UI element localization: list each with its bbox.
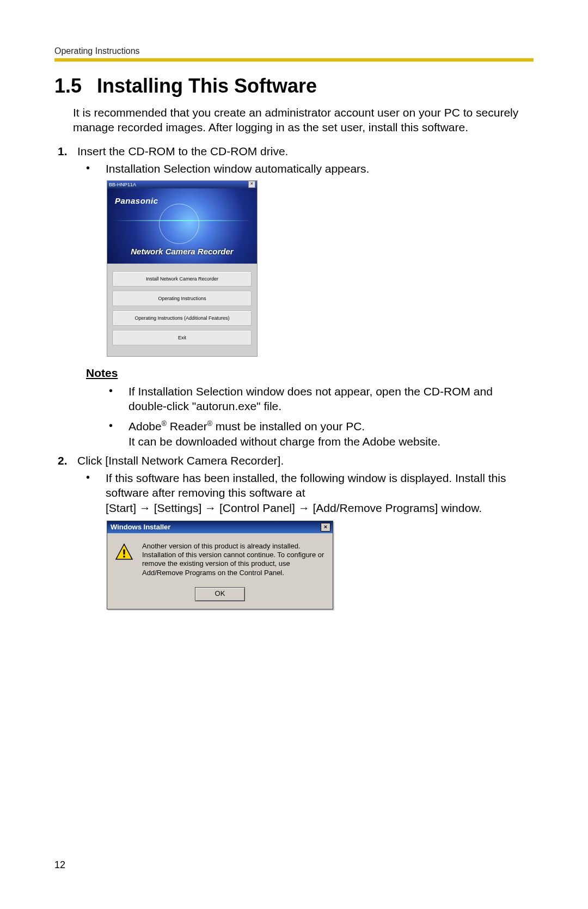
step-2: 2. Click [Install Network Camera Recorde… xyxy=(58,454,534,467)
step-number: 1. xyxy=(58,145,77,158)
splash-button-list: Install Network Camera Recorder Operatin… xyxy=(107,264,257,356)
install-button[interactable]: Install Network Camera Recorder xyxy=(113,271,252,286)
intro-paragraph: It is recommended that you create an adm… xyxy=(73,105,534,135)
step1-bullet: • Installation Selection window automati… xyxy=(86,161,534,176)
registered-mark: ® xyxy=(162,420,167,428)
page-number: 12 xyxy=(54,859,65,871)
splash-titlebar: BB-HNP11A × xyxy=(107,181,257,188)
arrow-icon: → xyxy=(201,502,219,514)
splash-banner: Panasonic Network Camera Recorder xyxy=(107,188,257,264)
arrow-icon: → xyxy=(295,502,313,514)
header-rule xyxy=(54,58,534,62)
step-number: 2. xyxy=(58,454,77,467)
note-text: If Installation Selection window does no… xyxy=(128,384,534,414)
note-1: • If Installation Selection window does … xyxy=(109,384,534,414)
registered-mark: ® xyxy=(207,420,212,428)
svg-rect-1 xyxy=(123,550,125,555)
note-text: Adobe® Reader® must be installed on your… xyxy=(128,419,534,449)
instructions-additional-button[interactable]: Operating Instructions (Additional Featu… xyxy=(113,310,252,326)
warning-icon xyxy=(115,543,133,562)
step-text: Click [Install Network Camera Recorder]. xyxy=(77,454,534,467)
close-icon[interactable]: × xyxy=(248,181,255,188)
section-heading: 1.5Installing This Software xyxy=(54,75,534,97)
bullet-text: Installation Selection window automatica… xyxy=(106,161,534,176)
installer-splash-window: BB-HNP11A × Panasonic Network Camera Rec… xyxy=(107,180,258,357)
instructions-button[interactable]: Operating Instructions xyxy=(113,291,252,306)
dialog-title-text: Windows Installer xyxy=(111,523,170,531)
bullet-dot: • xyxy=(109,384,128,414)
section-title-text: Installing This Software xyxy=(97,75,317,97)
svg-rect-2 xyxy=(123,556,125,557)
dialog-message: Another version of this product is alrea… xyxy=(142,542,325,577)
step-text: Insert the CD-ROM to the CD-ROM drive. xyxy=(77,145,534,158)
lens-ring-graphic xyxy=(159,204,199,244)
page-header-label: Operating Instructions xyxy=(54,46,534,56)
bullet-dot: • xyxy=(86,161,106,176)
bullet-dot: • xyxy=(109,419,128,449)
light-flare-graphic xyxy=(113,220,252,221)
arrow-icon: → xyxy=(136,502,154,514)
step2-bullet: • If this software has been installed, t… xyxy=(86,471,534,515)
product-name: Network Camera Recorder xyxy=(107,247,257,256)
note-2: • Adobe® Reader® must be installed on yo… xyxy=(109,419,534,449)
brand-logo-text: Panasonic xyxy=(115,196,158,205)
close-icon[interactable]: × xyxy=(321,523,330,532)
ok-button[interactable]: OK xyxy=(195,587,245,601)
bullet-dot: • xyxy=(86,471,106,515)
dialog-titlebar: Windows Installer × xyxy=(107,521,333,533)
section-number: 1.5 xyxy=(54,75,82,97)
windows-installer-dialog: Windows Installer × Another version of t… xyxy=(107,521,333,609)
splash-titlebar-text: BB-HNP11A xyxy=(109,182,136,187)
bullet-text: If this software has been installed, the… xyxy=(106,471,534,515)
step-1: 1. Insert the CD-ROM to the CD-ROM drive… xyxy=(58,145,534,158)
notes-heading: Notes xyxy=(86,367,534,380)
exit-button[interactable]: Exit xyxy=(113,330,252,345)
